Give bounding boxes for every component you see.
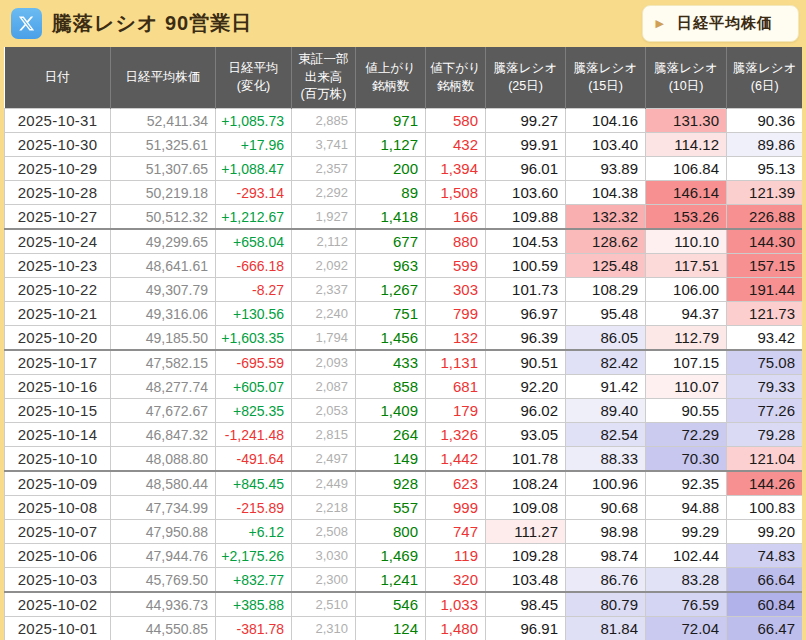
cell-advancers: 1,409 [356,399,426,423]
cell-ratio25: 98.45 [486,592,566,617]
cell-volume: 2,087 [292,375,356,399]
cell-volume: 2,092 [292,254,356,278]
cell-advancers: 963 [356,254,426,278]
cell-ratio15: 104.38 [566,181,646,205]
cell-date: 2025-10-14 [5,423,111,447]
cell-advancers: 1,241 [356,568,426,593]
cell-decliners: 320 [426,568,486,593]
cell-decliners: 1,442 [426,447,486,472]
cell-date: 2025-10-09 [5,471,111,496]
cell-change: -215.89 [216,496,292,520]
cell-close: 47,734.99 [111,496,216,520]
cell-ratio6: 157.15 [727,254,803,278]
cell-decliners: 1,508 [426,181,486,205]
col-header-advancers: 値上がり銘柄数 [356,47,426,109]
cell-date: 2025-10-06 [5,544,111,568]
cell-advancers: 858 [356,375,426,399]
cell-decliners: 1,480 [426,617,486,640]
cell-ratio25: 103.60 [486,181,566,205]
cell-volume: 2,815 [292,423,356,447]
col-header-ratio25: 騰落レシオ(25日) [486,47,566,109]
cell-date: 2025-10-23 [5,254,111,278]
nikkei-average-button[interactable]: ▶ 日経平均株価 [642,5,799,42]
table-row: 2025-10-0244,936.73+385.882,5105461,0339… [5,592,803,617]
cell-ratio25: 96.01 [486,157,566,181]
cell-ratio25: 93.05 [486,423,566,447]
cell-date: 2025-10-03 [5,568,111,593]
cell-ratio6: 121.73 [727,302,803,326]
cell-close: 46,847.32 [111,423,216,447]
cell-change: +605.07 [216,375,292,399]
cell-ratio15: 100.96 [566,471,646,496]
cell-ratio10: 106.84 [646,157,727,181]
table-wrap: 日付日経平均株価日経平均(変化)東証一部出来高(百万株)値上がり銘柄数値下がり銘… [4,47,802,640]
cell-close: 49,299.65 [111,229,216,254]
cell-close: 50,512.32 [111,205,216,230]
cell-volume: 1,927 [292,205,356,230]
table-row: 2025-10-2449,299.65+658.042,112677880104… [5,229,803,254]
cell-decliners: 432 [426,133,486,157]
cell-ratio15: 98.74 [566,544,646,568]
cell-ratio6: 191.44 [727,278,803,302]
cell-advancers: 200 [356,157,426,181]
col-header-ratio6: 騰落レシオ(6日) [727,47,803,109]
cell-date: 2025-10-16 [5,375,111,399]
cell-change: -293.14 [216,181,292,205]
cell-ratio15: 90.68 [566,496,646,520]
cell-decliners: 999 [426,496,486,520]
x-social-icon[interactable] [11,8,42,39]
table-row: 2025-10-2049,185.50+1,603.351,7941,45613… [5,326,803,351]
cell-ratio6: 74.83 [727,544,803,568]
page: 騰落レシオ 90営業日 ▶ 日経平均株価 日付日経平均株価日経平均(変化)東証一… [0,0,806,640]
cell-advancers: 557 [356,496,426,520]
cell-advancers: 971 [356,109,426,133]
cell-decliners: 1,326 [426,423,486,447]
table-row: 2025-10-2750,512.32+1,212.671,9271,41816… [5,205,803,230]
cell-advancers: 433 [356,350,426,375]
cell-decliners: 166 [426,205,486,230]
cell-ratio6: 79.33 [727,375,803,399]
cell-change: -491.64 [216,447,292,472]
cell-advancers: 1,267 [356,278,426,302]
title-bar: 騰落レシオ 90営業日 ▶ 日経平均株価 [0,0,806,47]
cell-change: +1,212.67 [216,205,292,230]
cell-change: -666.18 [216,254,292,278]
cell-date: 2025-10-21 [5,302,111,326]
cell-decliners: 1,394 [426,157,486,181]
cell-change: +2,175.26 [216,544,292,568]
cell-ratio15: 108.29 [566,278,646,302]
cell-ratio6: 144.26 [727,471,803,496]
cell-decliners: 1,033 [426,592,486,617]
cell-decliners: 132 [426,326,486,351]
cell-date: 2025-10-28 [5,181,111,205]
cell-ratio10: 94.88 [646,496,727,520]
cell-date: 2025-10-01 [5,617,111,640]
cell-ratio10: 70.30 [646,447,727,472]
cell-ratio25: 100.59 [486,254,566,278]
cell-ratio6: 77.26 [727,399,803,423]
cell-date: 2025-10-31 [5,109,111,133]
cell-ratio25: 104.53 [486,229,566,254]
cell-decliners: 599 [426,254,486,278]
cell-change: -695.59 [216,350,292,375]
cell-close: 48,088.80 [111,447,216,472]
cell-ratio25: 109.28 [486,544,566,568]
cell-ratio6: 90.36 [727,109,803,133]
table-body: 2025-10-3152,411.34+1,085.732,8859715809… [5,109,803,640]
cell-ratio6: 144.30 [727,229,803,254]
cell-close: 48,277.74 [111,375,216,399]
ratio-table: 日付日経平均株価日経平均(変化)東証一部出来高(百万株)値上がり銘柄数値下がり銘… [4,47,802,640]
cell-ratio25: 99.27 [486,109,566,133]
cell-ratio10: 106.00 [646,278,727,302]
cell-ratio10: 146.14 [646,181,727,205]
cell-decliners: 303 [426,278,486,302]
cell-change: +845.45 [216,471,292,496]
x-logo-glyph [18,15,35,32]
cell-ratio25: 109.88 [486,205,566,230]
cell-ratio25: 96.39 [486,326,566,351]
cell-advancers: 124 [356,617,426,640]
cell-change: +1,603.35 [216,326,292,351]
cell-volume: 3,741 [292,133,356,157]
cell-ratio6: 121.39 [727,181,803,205]
cell-advancers: 89 [356,181,426,205]
